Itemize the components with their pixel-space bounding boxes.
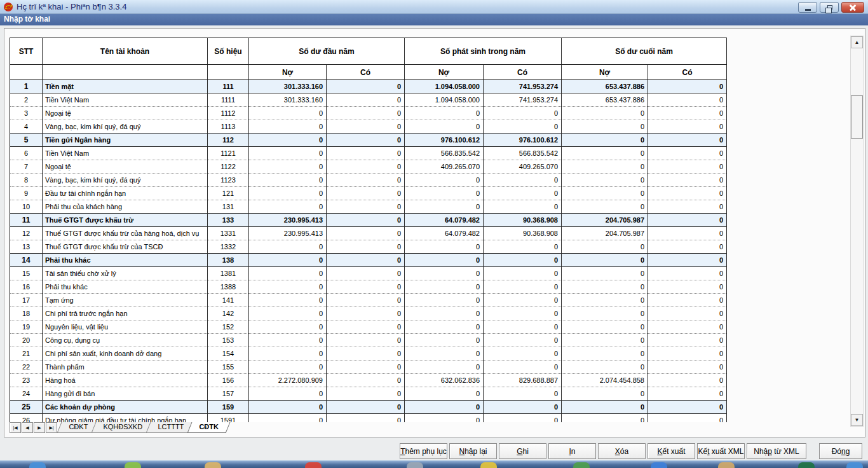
value-cell[interactable]: 0 [648,401,727,414]
account-name-cell[interactable]: Vàng, bạc, kim khí quý, đá quý [43,174,208,187]
row-stt[interactable]: 4 [10,120,43,134]
account-name-cell[interactable]: Nguyên liệu, vật liệu [43,320,208,334]
account-code-cell[interactable]: 1111 [208,93,249,107]
value-cell[interactable]: 204.705.987 [562,227,648,240]
value-cell[interactable]: 0 [327,160,405,174]
row-stt[interactable]: 10 [10,200,43,214]
account-code-cell[interactable]: 153 [208,334,249,347]
first-sheet-button[interactable]: |◀ [10,422,21,433]
value-cell[interactable]: 0 [562,307,648,320]
taskbar-icon[interactable] [573,462,590,468]
value-cell[interactable]: 0 [327,320,405,334]
table-row[interactable]: 21Chi phí sản xuất, kinh doanh dở dang15… [10,347,727,361]
value-cell[interactable]: 0 [405,307,484,320]
value-cell[interactable]: 0 [249,334,327,347]
value-cell[interactable]: 0 [405,107,484,120]
value-cell[interactable]: 0 [562,174,648,187]
account-code-cell[interactable]: 1388 [208,280,249,294]
row-stt[interactable]: 5 [10,134,43,147]
account-name-cell[interactable]: Tiền Việt Nam [43,93,208,107]
value-cell[interactable]: 0 [327,80,405,93]
value-cell[interactable]: 0 [327,374,405,387]
value-cell[interactable]: 0 [327,267,405,280]
table-row[interactable]: 24Hàng gửi đi bán157000000 [10,387,727,401]
value-cell[interactable]: 0 [327,107,405,120]
value-cell[interactable]: 0 [648,334,727,347]
account-code-cell[interactable]: 1332 [208,240,249,254]
value-cell[interactable]: 0 [562,361,648,374]
value-cell[interactable]: 0 [405,414,484,423]
account-code-cell[interactable]: 155 [208,361,249,374]
value-cell[interactable]: 301.333.160 [249,93,327,107]
taskbar-icon[interactable] [846,462,863,468]
value-cell[interactable]: 0 [648,307,727,320]
taskbar-icon[interactable] [407,462,423,468]
value-cell[interactable]: 0 [648,320,727,334]
table-row[interactable]: 2Tiền Việt Nam1111301.333.16001.094.058.… [10,93,727,107]
account-code-cell[interactable]: 131 [208,200,249,214]
account-code-cell[interactable]: 111 [208,80,249,93]
account-name-cell[interactable]: Tiền gửi Ngân hàng [43,134,208,147]
account-name-cell[interactable]: Ngoại tệ [43,160,208,174]
row-stt[interactable]: 26 [10,414,43,423]
value-cell[interactable]: 0 [405,387,484,401]
ket-xuat-xml-button[interactable]: Kết xuất XML [697,443,745,459]
value-cell[interactable]: 2.272.080.909 [249,374,327,387]
table-row[interactable]: 10Phải thu của khách hàng131000000 [10,200,727,214]
value-cell[interactable]: 0 [484,267,562,280]
value-cell[interactable]: 653.437.886 [562,80,648,93]
taskbar-icon[interactable] [798,462,815,468]
taskbar-icon[interactable] [29,462,46,468]
value-cell[interactable]: 0 [648,174,727,187]
value-cell[interactable]: 0 [484,387,562,401]
account-code-cell[interactable]: 152 [208,320,249,334]
value-cell[interactable]: 0 [648,374,727,387]
taskbar-icon[interactable] [718,462,735,468]
table-row[interactable]: 6Tiền Việt Nam112100566.835.542566.835.5… [10,147,727,160]
restore-button[interactable] [820,2,839,13]
value-cell[interactable]: 0 [249,267,327,280]
value-cell[interactable]: 2.074.454.858 [562,374,648,387]
table-row[interactable]: 4Vàng, bạc, kim khí quý, đá quý111300000… [10,120,727,134]
value-cell[interactable]: 0 [648,120,727,134]
next-sheet-button[interactable]: ▶ [34,422,45,433]
account-code-cell[interactable]: 1122 [208,160,249,174]
row-stt[interactable]: 21 [10,347,43,361]
value-cell[interactable]: 0 [484,320,562,334]
value-cell[interactable]: 0 [648,187,727,200]
value-cell[interactable]: 0 [562,147,648,160]
value-cell[interactable]: 976.100.612 [405,134,484,147]
row-stt[interactable]: 3 [10,107,43,120]
row-stt[interactable]: 6 [10,147,43,160]
value-cell[interactable]: 0 [648,147,727,160]
account-name-cell[interactable]: Đầu tư tài chính ngắn hạn [43,187,208,200]
row-stt[interactable]: 16 [10,280,43,294]
account-code-cell[interactable]: 142 [208,307,249,320]
table-row[interactable]: 14Phải thu khác138000000 [10,254,727,267]
value-cell[interactable]: 0 [562,414,648,423]
value-cell[interactable]: 0 [327,254,405,267]
taskbar-icon[interactable] [205,462,221,468]
value-cell[interactable]: 0 [405,267,484,280]
value-cell[interactable]: 0 [327,414,405,423]
last-sheet-button[interactable]: ▶| [46,422,57,433]
value-cell[interactable]: 0 [249,134,327,147]
account-code-cell[interactable]: 141 [208,294,249,307]
value-cell[interactable]: 0 [405,334,484,347]
table-row[interactable]: 1Tiền mặt111301.333.16001.094.058.000741… [10,80,727,93]
value-cell[interactable]: 409.265.070 [405,160,484,174]
value-cell[interactable]: 0 [648,347,727,361]
value-cell[interactable]: 0 [405,294,484,307]
value-cell[interactable]: 230.995.413 [249,214,327,227]
table-row[interactable]: 22Thành phẩm155000000 [10,361,727,374]
value-cell[interactable]: 0 [249,120,327,134]
value-cell[interactable]: 0 [405,361,484,374]
row-stt[interactable]: 23 [10,374,43,387]
value-cell[interactable]: 0 [249,401,327,414]
value-cell[interactable]: 0 [249,387,327,401]
value-cell[interactable]: 0 [249,414,327,423]
account-code-cell[interactable]: 157 [208,387,249,401]
account-name-cell[interactable]: Các khoản dự phòng [43,401,208,414]
value-cell[interactable]: 204.705.987 [562,214,648,227]
value-cell[interactable]: 0 [405,187,484,200]
